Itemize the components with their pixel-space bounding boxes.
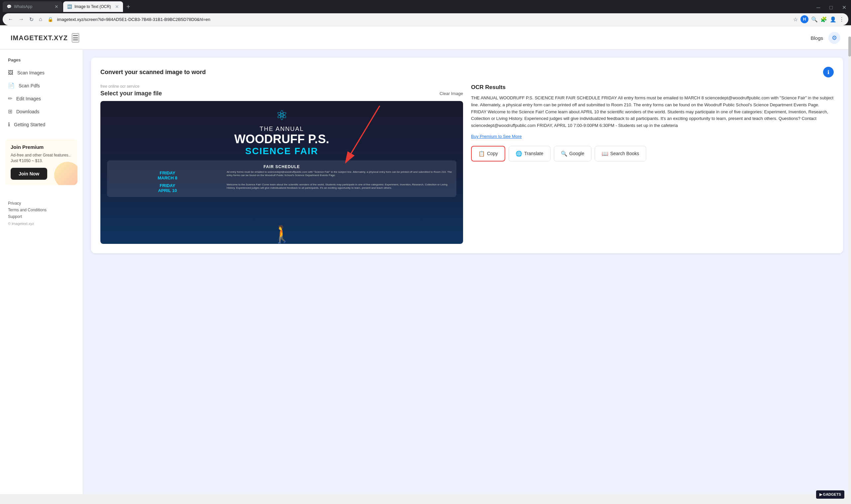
copyright: © imagetext.xyz — [8, 221, 75, 226]
hamburger-menu[interactable]: ☰ — [72, 33, 79, 42]
sidebar-item-edit-images[interactable]: ✏ Edit Images — [0, 92, 83, 105]
header-right: Blogs ⚙ — [811, 32, 840, 44]
atom-decoration: ⚛ — [276, 108, 288, 123]
scan-pdfs-label: Scan Pdfs — [19, 83, 40, 88]
tab-close-ocr[interactable]: ✕ — [115, 4, 119, 9]
sidebar-item-getting-started[interactable]: ℹ Getting Started — [0, 118, 83, 131]
premium-description: Ad-free and other Great features.. Just … — [11, 152, 72, 164]
more-options-icon[interactable]: ⋮ — [839, 16, 844, 23]
select-image-title-text: Select your image file — [101, 90, 162, 97]
whatsapp-favicon: 💬 — [7, 4, 11, 9]
scan-pdfs-icon: 📄 — [8, 83, 15, 89]
person-silhouette: 🚶 — [271, 224, 292, 244]
copy-label: Copy — [487, 151, 498, 156]
tab-close-whatsapp[interactable]: ✕ — [54, 4, 58, 9]
content-area: Convert your scanned image to word ℹ fre… — [83, 50, 851, 494]
minimize-button[interactable]: ─ — [814, 3, 822, 12]
getting-started-label: Getting Started — [14, 122, 45, 127]
tab-ocr[interactable]: 🔤 Image to Text (OCR) ✕ — [63, 1, 123, 12]
bookmark-icon[interactable]: ☆ — [793, 16, 798, 23]
clear-image-button[interactable]: Clear Image — [440, 91, 463, 96]
ocr-card-header: Convert your scanned image to word ℹ — [101, 67, 834, 77]
page-header: IMAGETEXT.XYZ ☰ Blogs ⚙ — [0, 26, 851, 50]
getting-started-icon: ℹ — [8, 121, 10, 128]
action-buttons: 📋 Copy 🌐 Translate 🔍 Google — [471, 146, 834, 161]
watermark: ▶ GADGETS — [816, 490, 844, 494]
scrollbar-thumb[interactable] — [848, 37, 851, 56]
settings-button[interactable]: ⚙ — [828, 32, 840, 44]
search-books-label: Search Books — [610, 151, 639, 156]
info-icon: ℹ — [828, 69, 829, 75]
edit-images-icon: ✏ — [8, 95, 12, 102]
copy-button[interactable]: 📋 Copy — [471, 146, 505, 161]
scan-images-icon: 🖼 — [8, 70, 13, 76]
ocr-body: free online ocr service Select your imag… — [101, 84, 834, 244]
downloads-icon: ⊞ — [8, 108, 12, 114]
google-label: Google — [569, 151, 584, 156]
sf-the-annual: THE ANNUAL — [260, 126, 304, 132]
terms-link[interactable]: Terms and Conditions — [8, 208, 75, 212]
select-image-row: Select your image file Clear Image — [101, 90, 463, 97]
edit-images-label: Edit Images — [16, 96, 41, 101]
premium-box: Join Premium Ad-free and other Great fea… — [5, 139, 77, 185]
sf-text-small1: All entry forms must be emailed to scien… — [227, 170, 453, 180]
forward-button[interactable]: → — [17, 15, 25, 23]
close-window-button[interactable]: ✕ — [840, 3, 848, 12]
ocr-card-title: Convert your scanned image to word — [101, 69, 206, 76]
refresh-button[interactable]: ↻ — [28, 15, 35, 24]
sidebar-item-downloads[interactable]: ⊞ Downloads — [0, 105, 83, 118]
address-bar-actions: ☆ H 🔍 🧩 👤 ⋮ — [793, 15, 844, 23]
tab-whatsapp[interactable]: 💬 WhatsApp ✕ — [3, 1, 63, 12]
sf-woodruff: WOODRUFF P.S. — [234, 132, 329, 146]
ocr-card: Convert your scanned image to word ℹ fre… — [91, 57, 843, 253]
settings-icon: ⚙ — [832, 34, 837, 41]
sf-science-fair: SCIENCE FAIR — [245, 146, 318, 157]
back-button[interactable]: ← — [7, 15, 15, 23]
sf-schedule-title: FAIR SCHEDULE — [111, 164, 453, 169]
image-container: ⚛ THE ANNUAL WOODRUFF P.S. SCIENCE FAIR … — [101, 101, 463, 244]
profile-btn[interactable]: 👤 — [830, 16, 836, 23]
site-logo: IMAGETEXT.XYZ — [11, 34, 68, 42]
sidebar-item-scan-images[interactable]: 🖼 Scan Images — [0, 67, 83, 79]
security-icon: 🔒 — [48, 17, 53, 22]
profile-icon[interactable]: H — [800, 15, 809, 23]
info-button[interactable]: ℹ — [823, 67, 834, 77]
privacy-link[interactable]: Privacy — [8, 201, 75, 206]
sf-friday2-label: FRIDAY — [111, 183, 224, 188]
google-icon: 🔍 — [561, 150, 567, 157]
sidebar-section-title: Pages — [0, 57, 83, 62]
search-books-button[interactable]: 📖 Search Books — [595, 146, 646, 161]
search-books-icon: 📖 — [602, 150, 608, 157]
google-button[interactable]: 🔍 Google — [554, 146, 591, 161]
join-now-button[interactable]: Join Now — [11, 168, 47, 180]
translate-label: Translate — [524, 151, 544, 156]
translate-button[interactable]: 🌐 Translate — [509, 146, 550, 161]
extensions-icon[interactable]: 🧩 — [820, 16, 827, 23]
premium-title: Join Premium — [11, 144, 72, 150]
support-link[interactable]: Support — [8, 214, 75, 219]
zoom-icon[interactable]: 🔍 — [811, 16, 818, 23]
new-tab-button[interactable]: + — [124, 2, 133, 12]
tabs-bar: 💬 WhatsApp ✕ 🔤 Image to Text (OCR) ✕ + ─… — [0, 0, 851, 12]
home-button[interactable]: ⌂ — [38, 15, 43, 23]
maximize-button[interactable]: □ — [828, 3, 835, 12]
page-wrapper: IMAGETEXT.XYZ ☰ Blogs ⚙ Pages 🖼 Scan Ima… — [0, 26, 851, 494]
buy-premium-link[interactable]: Buy Premium to See More — [471, 134, 521, 139]
image-panel: free online ocr service Select your imag… — [101, 84, 463, 244]
sidebar-footer: Privacy Terms and Conditions Support © i… — [0, 193, 83, 234]
scan-images-label: Scan Images — [17, 70, 45, 75]
premium-decoration — [54, 162, 77, 185]
blogs-link[interactable]: Blogs — [811, 35, 823, 41]
sf-friday2-date: APRIL 10 — [111, 188, 224, 193]
browser-chrome: 💬 WhatsApp ✕ 🔤 Image to Text (OCR) ✕ + ─… — [0, 0, 851, 25]
service-label: free online ocr service — [101, 84, 463, 89]
science-fair-image: ⚛ THE ANNUAL WOODRUFF P.S. SCIENCE FAIR … — [101, 101, 463, 244]
tab-label-ocr: Image to Text (OCR) — [74, 4, 111, 9]
scrollbar-track[interactable] — [848, 37, 851, 494]
address-bar[interactable] — [57, 17, 791, 22]
results-panel: OCR Results THE ANNUAL WOODRUFF P.S. SCI… — [471, 84, 834, 244]
copy-icon: 📋 — [478, 150, 485, 157]
sidebar-item-scan-pdfs[interactable]: 📄 Scan Pdfs — [0, 79, 83, 92]
sidebar: Pages 🖼 Scan Images 📄 Scan Pdfs ✏ Edit I… — [0, 50, 83, 494]
downloads-label: Downloads — [16, 109, 39, 114]
